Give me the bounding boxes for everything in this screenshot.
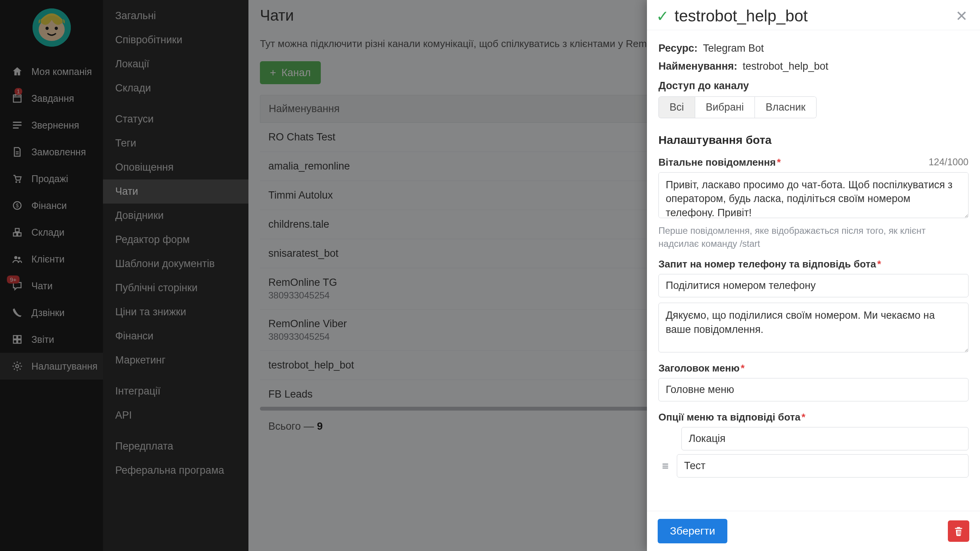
name-value: testrobot_help_bot xyxy=(743,60,828,72)
menu-title-label: Заголовок меню xyxy=(658,362,740,374)
menu-option-input[interactable] xyxy=(681,427,969,450)
welcome-hint: Перше повідомлення, яке відображається п… xyxy=(658,224,969,250)
menu-option-input[interactable] xyxy=(677,454,969,478)
options-label: Опції меню та відповіді бота xyxy=(658,411,800,423)
access-option[interactable]: Всі xyxy=(658,96,695,118)
resource-key: Ресурс: xyxy=(658,42,697,54)
name-key: Найменування: xyxy=(658,60,737,72)
channel-drawer: ✓ testrobot_help_bot ✕ Ресурс: Telegram … xyxy=(647,0,980,551)
phone-button-input[interactable] xyxy=(658,274,969,297)
check-icon: ✓ xyxy=(656,7,669,25)
delete-button[interactable] xyxy=(948,520,969,542)
access-label: Доступ до каналу xyxy=(658,80,969,92)
access-option[interactable]: Власник xyxy=(755,96,817,118)
close-icon[interactable]: ✕ xyxy=(952,6,971,26)
menu-option-row xyxy=(658,427,969,450)
menu-title-input[interactable] xyxy=(658,378,969,401)
drawer-title: testrobot_help_bot xyxy=(675,7,808,25)
resource-value: Telegram Bot xyxy=(703,42,764,54)
access-option[interactable]: Вибрані xyxy=(695,96,755,118)
welcome-counter: 124/1000 xyxy=(929,156,969,168)
access-segmented: ВсіВибраніВласник xyxy=(658,96,817,118)
welcome-label: Вітальне повідомлення xyxy=(658,156,776,168)
save-button[interactable]: Зберегти xyxy=(658,519,727,543)
drag-handle-icon[interactable]: ≡ xyxy=(658,460,672,473)
welcome-textarea[interactable]: Привіт, ласкаво просимо до чат-бота. Щоб… xyxy=(658,172,969,218)
menu-option-row: ≡ xyxy=(658,454,969,478)
phone-label: Запит на номер телефону та відповідь бот… xyxy=(658,258,876,270)
trash-icon xyxy=(953,526,964,536)
phone-reply-textarea[interactable]: Дякуємо, що поділилися своїм номером. Ми… xyxy=(658,303,969,352)
bot-settings-heading: Налаштування бота xyxy=(658,134,969,147)
